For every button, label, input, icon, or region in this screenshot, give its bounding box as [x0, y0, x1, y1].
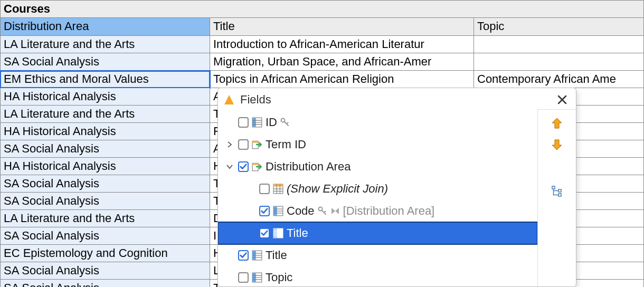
- column-header-title[interactable]: Title: [210, 18, 474, 36]
- field-checkbox[interactable]: [259, 206, 270, 216]
- field-label: Distribution Area: [266, 160, 351, 174]
- field-checkbox[interactable]: [238, 250, 249, 261]
- field-item[interactable]: Code [Distribution Area]: [218, 200, 537, 222]
- close-icon: [557, 94, 567, 105]
- fields-tree: ID Term ID Distribution Area (Show Expli…: [218, 109, 538, 286]
- cell-distribution-area[interactable]: HA Historical Analysis: [0, 158, 210, 175]
- field-checkbox[interactable]: [238, 272, 249, 283]
- field-checkbox[interactable]: [238, 161, 249, 172]
- field-item[interactable]: Topic: [218, 266, 537, 286]
- table-title: Courses: [0, 0, 644, 18]
- table-icon: [273, 184, 283, 194]
- field-label: Title: [266, 248, 287, 262]
- column-header-distribution-area[interactable]: Distribution Area: [0, 18, 210, 36]
- svg-rect-1: [552, 186, 555, 189]
- cell-title[interactable]: Introduction to African-American Literat…: [210, 36, 474, 53]
- column-icon: [252, 117, 262, 128]
- cell-distribution-area[interactable]: SA Social Analysis: [0, 175, 210, 193]
- relation-icon: [330, 206, 340, 216]
- field-item[interactable]: Term ID: [218, 133, 537, 156]
- chevron-down-icon[interactable]: [226, 164, 235, 170]
- cell-distribution-area[interactable]: LA Literature and the Arts: [0, 210, 210, 227]
- field-label: ID: [266, 116, 277, 129]
- svg-rect-3: [558, 194, 561, 196]
- fields-popup: Fields ID Term ID Distribution Area (Sho…: [217, 88, 576, 287]
- table-row[interactable]: SA Social AnalysisMigration, Urban Space…: [0, 53, 644, 71]
- foreign-key-icon: [252, 139, 262, 150]
- cell-topic[interactable]: [474, 53, 644, 71]
- app-icon: [223, 94, 235, 106]
- chevron-right-icon[interactable]: [226, 141, 235, 148]
- cell-distribution-area[interactable]: SA Social Analysis: [0, 53, 210, 71]
- move-down-button[interactable]: [548, 136, 565, 153]
- cell-distribution-area[interactable]: SA Social Analysis: [0, 262, 210, 280]
- cell-title[interactable]: Topics in African American Religion: [210, 71, 474, 88]
- field-checkbox[interactable]: [259, 184, 270, 194]
- field-item[interactable]: (Show Explicit Join): [218, 178, 537, 200]
- field-label: Title: [287, 226, 308, 240]
- field-item[interactable]: ID: [218, 111, 537, 133]
- column-icon: [273, 228, 283, 238]
- check-icon: [260, 207, 269, 215]
- field-item[interactable]: Title: [218, 222, 537, 244]
- column-icon: [252, 272, 262, 283]
- cell-distribution-area[interactable]: LA Literature and the Arts: [0, 106, 210, 123]
- check-icon: [239, 251, 248, 260]
- field-checkbox[interactable]: [238, 139, 249, 150]
- field-label: Code: [287, 204, 315, 218]
- svg-marker-0: [224, 95, 234, 104]
- arrow-up-icon: [550, 117, 564, 130]
- arrow-down-icon: [550, 138, 564, 151]
- svg-rect-2: [558, 189, 561, 192]
- fields-side-toolbar: [538, 109, 576, 286]
- tree-icon: [551, 185, 563, 197]
- close-button[interactable]: [554, 94, 571, 105]
- check-icon: [260, 229, 269, 237]
- column-header-topic[interactable]: Topic: [474, 18, 644, 36]
- field-item[interactable]: Title: [218, 244, 537, 266]
- cell-distribution-area[interactable]: SA Social Analysis: [0, 140, 210, 158]
- column-icon: [273, 206, 283, 216]
- cell-topic[interactable]: Contemporary African Ame: [474, 71, 644, 88]
- cell-title[interactable]: Migration, Urban Space, and African-Amer: [210, 53, 474, 71]
- field-label: (Show Explicit Join): [287, 182, 388, 196]
- cell-distribution-area[interactable]: EM Ethics and Moral Values: [0, 71, 210, 88]
- foreign-key-icon: [252, 161, 262, 172]
- cell-distribution-area[interactable]: SA Social Analysis: [0, 280, 210, 287]
- table-row[interactable]: LA Literature and the ArtsIntroduction t…: [0, 36, 644, 53]
- table-row[interactable]: EM Ethics and Moral ValuesTopics in Afri…: [0, 71, 644, 88]
- cell-distribution-area[interactable]: EC Epistemology and Cognition: [0, 245, 210, 262]
- key-icon: [280, 118, 290, 127]
- check-icon: [239, 162, 248, 171]
- cell-distribution-area[interactable]: SA Social Analysis: [0, 193, 210, 210]
- field-label: Topic: [266, 271, 292, 284]
- field-item[interactable]: Distribution Area: [218, 156, 537, 178]
- field-relation-label: [Distribution Area]: [343, 204, 435, 218]
- cell-distribution-area[interactable]: HA Historical Analysis: [0, 123, 210, 140]
- move-up-button[interactable]: [548, 115, 565, 132]
- cell-distribution-area[interactable]: HA Historical Analysis: [0, 88, 210, 106]
- field-checkbox[interactable]: [238, 117, 249, 128]
- key-icon: [318, 206, 327, 216]
- cell-distribution-area[interactable]: SA Social Analysis: [0, 227, 210, 245]
- fields-popup-titlebar: Fields: [218, 88, 576, 109]
- fields-popup-title: Fields: [240, 93, 271, 107]
- tree-structure-button[interactable]: [548, 183, 565, 199]
- cell-topic[interactable]: [474, 36, 644, 53]
- cell-distribution-area[interactable]: LA Literature and the Arts: [0, 36, 210, 53]
- table-header-row: Distribution Area Title Topic: [0, 18, 644, 36]
- field-checkbox[interactable]: [259, 228, 270, 238]
- field-label: Term ID: [266, 138, 306, 151]
- column-icon: [252, 250, 262, 261]
